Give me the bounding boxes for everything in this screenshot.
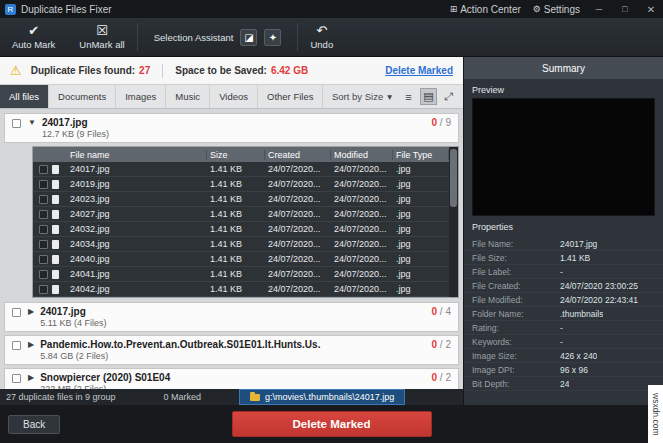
- detail-view-button[interactable]: ▤: [420, 88, 437, 105]
- delete-marked-button[interactable]: Delete Marked: [232, 411, 432, 437]
- column-header-modified[interactable]: Modified: [331, 150, 393, 160]
- file-row[interactable]: 24034.jpg1.41 KB24/07/2020...24/07/2020.…: [33, 237, 449, 252]
- cell-created: 24/07/2020...: [265, 164, 331, 174]
- preview-image: [472, 98, 655, 216]
- file-row[interactable]: 24017.jpg1.41 KB24/07/2020...24/07/2020.…: [33, 162, 449, 177]
- property-row: Bit Depth:24: [464, 377, 663, 391]
- expand-caret-icon[interactable]: ▶: [28, 307, 34, 316]
- scrollbar-thumb[interactable]: [450, 149, 457, 207]
- group-checkbox[interactable]: [12, 119, 21, 128]
- property-label: Folder Name:: [472, 309, 560, 319]
- app-window: R Duplicate Files Fixer ⊞ Action Center …: [0, 0, 663, 443]
- cell-name: 24023.jpg: [67, 194, 207, 204]
- collapse-caret-icon[interactable]: ▼: [28, 118, 36, 127]
- cell-name: 24017.jpg: [67, 164, 207, 174]
- expand-caret-icon[interactable]: ▶: [28, 340, 34, 349]
- property-label: File Name:: [472, 239, 560, 249]
- sparkle-icon: ✦: [269, 32, 277, 43]
- tab-other-files[interactable]: Other Files: [258, 85, 323, 108]
- group-size: 12.7 KB (9 Files): [42, 129, 424, 139]
- cell-created: 24/07/2020...: [265, 284, 331, 294]
- duplicate-files-table: File nameSizeCreatedModifiedFile Type 24…: [32, 146, 459, 298]
- watermark-text: wsxdn.com: [651, 393, 661, 436]
- smart-select-button[interactable]: ✦: [264, 29, 281, 46]
- row-checkbox[interactable]: [39, 285, 48, 294]
- group-checkbox[interactable]: [12, 374, 21, 383]
- auto-mark-button[interactable]: ✔ Auto Mark: [0, 18, 67, 56]
- row-checkbox[interactable]: [39, 225, 48, 234]
- tab-music[interactable]: Music: [166, 85, 210, 108]
- group-marked-count: 0 / 9: [432, 117, 451, 128]
- action-center-button[interactable]: ⊞ Action Center: [450, 4, 521, 15]
- property-row: File Modified:24/07/2020 22:43:41: [464, 293, 663, 307]
- chevron-down-icon: ▾: [387, 91, 392, 102]
- duplicate-group-expanded[interactable]: ▼ 24017.jpg 12.7 KB (9 Files) 0 / 9: [4, 113, 459, 143]
- back-button[interactable]: Back: [8, 415, 60, 434]
- minimize-button[interactable]: ─: [592, 4, 606, 14]
- select-by-group-button[interactable]: ◪: [240, 29, 257, 46]
- file-icon: [52, 255, 59, 264]
- duplicate-group[interactable]: ▶Snowpiercer (2020) S01E04222 MB (2 File…: [4, 368, 459, 389]
- expand-caret-icon[interactable]: ▶: [28, 373, 34, 382]
- cell-modified: 24/07/2020...: [331, 224, 393, 234]
- table-scrollbar[interactable]: [449, 147, 458, 297]
- property-value: 1.41 KB: [560, 253, 590, 263]
- cell-name: 24034.jpg: [67, 239, 207, 249]
- cell-type: .jpg: [393, 179, 449, 189]
- watermark: wsxdn.com: [648, 385, 663, 443]
- space-saved-value: 6.42 GB: [271, 65, 308, 76]
- gear-icon: ⚙: [533, 4, 541, 14]
- column-header-created[interactable]: Created: [265, 150, 331, 160]
- group-checkbox[interactable]: [12, 341, 21, 350]
- column-header-size[interactable]: Size: [207, 150, 265, 160]
- maximize-button[interactable]: □: [618, 4, 632, 14]
- file-row[interactable]: 24019.jpg1.41 KB24/07/2020...24/07/2020.…: [33, 177, 449, 192]
- group-size: 5.84 GB (2 Files): [40, 351, 423, 361]
- file-row[interactable]: 24040.jpg1.41 KB24/07/2020...24/07/2020.…: [33, 252, 449, 267]
- tab-videos[interactable]: Videos: [210, 85, 258, 108]
- row-checkbox[interactable]: [39, 270, 48, 279]
- row-checkbox[interactable]: [39, 165, 48, 174]
- row-checkbox[interactable]: [39, 180, 48, 189]
- unmark-all-button[interactable]: ☒ UnMark all: [67, 18, 136, 56]
- column-header-file-type[interactable]: File Type: [393, 150, 449, 160]
- filter-tabbar: All filesDocumentsImagesMusicVideosOther…: [0, 85, 463, 109]
- row-checkbox[interactable]: [39, 240, 48, 249]
- file-row[interactable]: 24023.jpg1.41 KB24/07/2020...24/07/2020.…: [33, 192, 449, 207]
- list-view-button[interactable]: ≡: [400, 88, 417, 105]
- undo-button[interactable]: ↶ Undo: [298, 18, 345, 56]
- cell-modified: 24/07/2020...: [331, 179, 393, 189]
- tab-images[interactable]: Images: [116, 85, 166, 108]
- property-label: File Size:: [472, 253, 560, 263]
- table-rows: 24017.jpg1.41 KB24/07/2020...24/07/2020.…: [33, 162, 449, 297]
- tab-all-files[interactable]: All files: [0, 85, 49, 108]
- row-checkbox[interactable]: [39, 210, 48, 219]
- action-center-icon: ⊞: [450, 4, 458, 14]
- group-checkbox[interactable]: [12, 308, 21, 317]
- space-saved-label: Space to be Saved:: [175, 65, 267, 76]
- cell-size: 1.41 KB: [207, 239, 265, 249]
- column-header-file-name[interactable]: File name: [67, 150, 207, 160]
- settings-button[interactable]: ⚙ Settings: [533, 4, 580, 15]
- expand-view-button[interactable]: ⤢: [440, 88, 457, 105]
- row-checkbox[interactable]: [39, 195, 48, 204]
- group-name: Snowpiercer (2020) S01E04: [40, 372, 423, 383]
- duplicate-group[interactable]: ▶24017.jpg5.11 KB (4 Files)0 / 4: [4, 302, 459, 332]
- selected-file-path[interactable]: g:\movies\.thumbnails\24017.jpg: [239, 389, 405, 405]
- expand-icon: ⤢: [444, 90, 453, 103]
- stats-separator: [162, 64, 163, 78]
- tab-documents[interactable]: Documents: [49, 85, 116, 108]
- file-row[interactable]: 24042.jpg1.41 KB24/07/2020...24/07/2020.…: [33, 282, 449, 297]
- file-row[interactable]: 24032.jpg1.41 KB24/07/2020...24/07/2020.…: [33, 222, 449, 237]
- file-icon: [52, 240, 59, 249]
- duplicates-found-label: Duplicate Files found:: [31, 65, 135, 76]
- file-row[interactable]: 24027.jpg1.41 KB24/07/2020...24/07/2020.…: [33, 207, 449, 222]
- file-row[interactable]: 24041.jpg1.41 KB24/07/2020...24/07/2020.…: [33, 267, 449, 282]
- sort-dropdown[interactable]: Sort by Size ▾: [324, 85, 400, 108]
- row-checkbox[interactable]: [39, 255, 48, 264]
- cell-created: 24/07/2020...: [265, 209, 331, 219]
- close-button[interactable]: ✕: [644, 4, 658, 15]
- delete-marked-link[interactable]: Delete Marked: [385, 65, 453, 76]
- duplicate-group[interactable]: ▶Pandemic.How.to.Prevent.an.Outbreak.S01…: [4, 335, 459, 365]
- property-row: File Label:-: [464, 265, 663, 279]
